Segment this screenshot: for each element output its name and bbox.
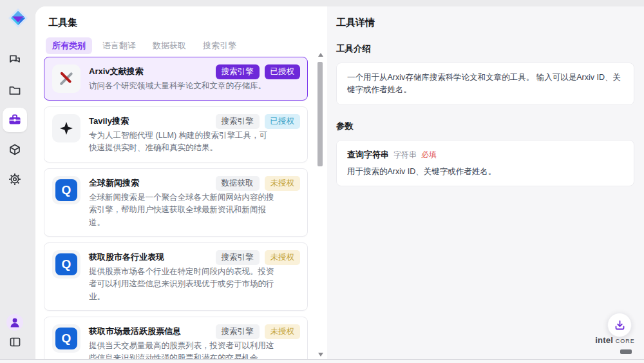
collapse-panel-button[interactable] xyxy=(3,329,27,354)
category-badge: 搜索引擎 xyxy=(216,64,260,79)
download-button[interactable] xyxy=(607,313,632,337)
details-title: 工具详情 xyxy=(336,17,634,29)
gear-icon xyxy=(8,173,21,186)
sidebar-item-chat[interactable] xyxy=(3,47,27,72)
auth-status-badge: 未授权 xyxy=(265,324,301,339)
sidebar-item-tools[interactable] xyxy=(3,108,27,132)
category-badge: 搜索引擎 xyxy=(216,114,260,129)
toolset-pane: 工具集 所有类别 语言翻译 数据获取 搜索引擎 Arxiv文献搜索 访问各个研究… xyxy=(35,6,327,363)
diamond-logo-icon xyxy=(8,8,28,28)
tab-all-categories[interactable]: 所有类别 xyxy=(46,37,92,54)
q-news-logo-icon: Q xyxy=(52,250,80,279)
q-news-logo-icon: Q xyxy=(52,324,80,353)
auth-status-badge: 已授权 xyxy=(265,64,301,79)
auth-status-badge: 未授权 xyxy=(265,176,301,191)
panel-toggle-icon xyxy=(9,336,21,348)
tool-description: 提供股票市场各个行业在特定时间段内的表现。投资者可以利用这些信息来识别表现优于或… xyxy=(89,266,274,303)
param-required-flag: 必填 xyxy=(421,150,437,161)
parameter-card: 查询字符串 字符串 必填 用于搜索的Arxiv ID、关键字或作者姓名。 xyxy=(336,140,634,187)
toolbox-icon xyxy=(8,113,22,127)
category-badge: 数据获取 xyxy=(216,176,260,191)
sidebar-item-files[interactable] xyxy=(3,78,27,103)
category-tabs: 所有类别 语言翻译 数据获取 搜索引擎 xyxy=(46,37,243,54)
params-heading: 参数 xyxy=(336,121,634,132)
param-type: 字符串 xyxy=(393,150,417,161)
intel-core-logo: intel core xyxy=(594,335,636,357)
tool-card-active-stocks[interactable]: Q 获取市场最活跃股票信息 提供当天交易量最高的股票列表，投资者可以利用这些信息… xyxy=(44,317,308,363)
cube-icon xyxy=(8,143,21,156)
intel-core-badge xyxy=(620,349,632,354)
auth-status-badge: 已授权 xyxy=(265,114,301,129)
q-news-logo-icon: Q xyxy=(52,176,80,204)
tavily-star-icon xyxy=(52,114,80,142)
intel-wordmark: intel xyxy=(595,335,613,345)
tool-list: Arxiv文献搜索 访问各个研究领域大量科学论文和文章的存储库。 搜索引擎 已授… xyxy=(44,57,308,363)
tool-card-global-news[interactable]: Q 全球新闻搜索 全球新闻搜索是一个聚合全球各大新闻网站内容的搜索引擎，帮助用户… xyxy=(44,168,308,237)
intro-card: 一个用于从Arxiv存储库搜索科学论文和文章的工具。 输入可以是Arxiv ID… xyxy=(336,63,634,105)
sidebar-item-models[interactable] xyxy=(3,137,27,162)
tool-card-sector-performance[interactable]: Q 获取股市各行业表现 提供股票市场各个行业在特定时间段内的表现。投资者可以利用… xyxy=(44,242,308,311)
core-wordmark: core xyxy=(616,335,635,345)
tool-description: 全球新闻搜索是一个聚合全球各大新闻网站内容的搜索引擎，帮助用户快速获取全球最新资… xyxy=(89,191,274,229)
tab-language-translation[interactable]: 语言翻译 xyxy=(96,37,142,54)
avatar-icon xyxy=(6,314,23,331)
tool-card-tavily[interactable]: Tavily搜索 专为人工智能代理 (LLM) 构建的搜索引擎工具，可快速提供实… xyxy=(44,106,308,162)
chat-icon xyxy=(8,53,21,66)
tab-search-engine[interactable]: 搜索引擎 xyxy=(196,37,243,54)
app-window: 工具集 所有类别 语言翻译 数据获取 搜索引擎 Arxiv文献搜索 访问各个研究… xyxy=(0,0,644,363)
intro-text: 一个用于从Arxiv存储库搜索科学论文和文章的工具。 输入可以是Arxiv ID… xyxy=(347,72,623,96)
tool-description: 专为人工智能代理 (LLM) 构建的搜索引擎工具，可快速提供实时、准确和真实的结… xyxy=(89,130,274,155)
window-bottom-edge xyxy=(0,359,644,363)
app-logo[interactable] xyxy=(8,8,28,28)
tool-description: 访问各个研究领域大量科学论文和文章的存储库。 xyxy=(89,80,266,92)
param-description: 用于搜索的Arxiv ID、关键字或作者姓名。 xyxy=(347,166,623,178)
page-title: 工具集 xyxy=(48,17,77,29)
folder-icon xyxy=(8,84,21,97)
scrollbar-thumb[interactable] xyxy=(317,62,323,166)
scroll-down-arrow[interactable] xyxy=(318,353,323,357)
tool-card-arxiv[interactable]: Arxiv文献搜索 访问各个研究领域大量科学论文和文章的存储库。 搜索引擎 已授… xyxy=(44,57,308,101)
auth-status-badge: 未授权 xyxy=(265,250,301,265)
param-name: 查询字符串 xyxy=(347,149,389,161)
main-content: 工具集 所有类别 语言翻译 数据获取 搜索引擎 Arxiv文献搜索 访问各个研究… xyxy=(35,6,644,363)
category-badge: 搜索引擎 xyxy=(216,250,260,265)
sidebar xyxy=(0,0,35,363)
arxiv-logo-icon xyxy=(52,64,80,93)
scroll-up-arrow[interactable] xyxy=(318,53,323,57)
intro-heading: 工具介绍 xyxy=(336,43,634,55)
sidebar-item-settings[interactable] xyxy=(3,167,27,191)
tab-data-fetching[interactable]: 数据获取 xyxy=(146,37,193,54)
download-icon xyxy=(614,320,625,331)
category-badge: 搜索引擎 xyxy=(216,324,260,339)
list-scrollbar[interactable] xyxy=(317,50,324,359)
tool-details-pane: 工具详情 工具介绍 一个用于从Arxiv存储库搜索科学论文和文章的工具。 输入可… xyxy=(327,6,644,363)
